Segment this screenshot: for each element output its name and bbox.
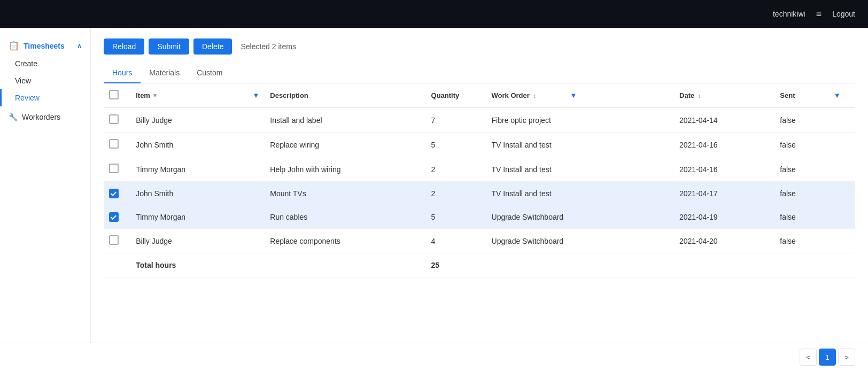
row-checkbox-2[interactable]	[109, 164, 119, 173]
table-row: Billy Judge Install and label 7 Fibre op…	[104, 108, 855, 133]
col-sent-label: Sent	[780, 91, 795, 99]
pagination-page-1[interactable]: 1	[819, 349, 836, 366]
col-item-label: Item	[136, 91, 150, 99]
menu-icon[interactable]: ≡	[816, 9, 822, 20]
cell-item-0: Billy Judge	[130, 108, 265, 133]
submit-button[interactable]: Submit	[149, 38, 189, 55]
cell-quantity-2: 2	[426, 157, 486, 182]
sent-filter-icon[interactable]: ▼	[834, 91, 841, 99]
timesheets-icon: 📋	[9, 41, 19, 51]
cell-item-5: Billy Judge	[130, 229, 265, 253]
cell-date-0: 2021-04-14	[674, 108, 774, 133]
top-nav: technikiwi ≡ Logout	[0, 0, 868, 28]
table-row: Billy Judge Replace components 4 Upgrade…	[104, 229, 855, 253]
cell-item-2: Timmy Morgan	[130, 157, 265, 182]
sidebar-item-create[interactable]: Create	[0, 55, 90, 72]
tab-materials[interactable]: Materials	[141, 63, 188, 83]
workorder-filter-icon[interactable]: ▼	[570, 91, 577, 99]
timesheets-chevron: ∧	[77, 42, 82, 50]
cell-description-2: Help John with wiring	[265, 157, 425, 182]
row-checkbox-1[interactable]	[109, 139, 119, 149]
cell-workorder-3: TV Install and test	[486, 182, 675, 205]
col-quantity-label: Quantity	[431, 91, 460, 99]
pagination-bar: < 1 >	[0, 343, 868, 371]
hours-table: Item ▼ ▼ Description Quantity Wor	[104, 83, 855, 277]
table-row: John Smith Mount TVs 2 TV Install and te…	[104, 182, 855, 205]
delete-button[interactable]: Delete	[193, 38, 232, 55]
main-content: Reload Submit Delete Selected 2 items Ho…	[91, 28, 868, 343]
cell-workorder-0: Fibre optic project	[486, 108, 675, 133]
cell-sent-1: false	[774, 133, 828, 157]
cell-quantity-1: 5	[426, 133, 486, 157]
pagination-prev[interactable]: <	[800, 349, 817, 366]
selection-status: Selected 2 items	[241, 42, 296, 51]
col-date-label: Date	[679, 91, 694, 99]
cell-sent-2: false	[774, 157, 828, 182]
sidebar-item-review[interactable]: Review	[0, 89, 90, 106]
item-dropdown-icon[interactable]: ▼	[152, 92, 158, 98]
sidebar-workorders-label: Workorders	[22, 113, 60, 121]
cell-quantity-0: 7	[426, 108, 486, 133]
sidebar-timesheets-header[interactable]: 📋 Timesheets ∧	[0, 36, 90, 55]
row-checkbox-0[interactable]	[109, 114, 119, 124]
date-sort-icon[interactable]: ↕	[698, 92, 701, 99]
cell-workorder-5: Upgrade Switchboard	[486, 229, 675, 253]
workorders-icon: 🔧	[9, 113, 18, 121]
cell-description-1: Replace wiring	[265, 133, 425, 157]
cell-date-3: 2021-04-17	[674, 182, 774, 205]
cell-sent-3: false	[774, 182, 828, 205]
tabs-bar: Hours Materials Custom	[104, 63, 855, 83]
total-value: 25	[426, 253, 486, 277]
row-checkbox-3[interactable]	[109, 189, 119, 198]
cell-quantity-4: 5	[426, 205, 486, 229]
tab-custom[interactable]: Custom	[188, 63, 231, 83]
cell-description-0: Install and label	[265, 108, 425, 133]
cell-workorder-4: Upgrade Switchboard	[486, 205, 675, 229]
cell-sent-4: false	[774, 205, 828, 229]
select-all-checkbox[interactable]	[109, 90, 119, 99]
cell-workorder-1: TV Install and test	[486, 133, 675, 157]
workorder-sort-icon[interactable]: ↕	[533, 92, 536, 99]
table-row: John Smith Replace wiring 5 TV Install a…	[104, 133, 855, 157]
tab-hours[interactable]: Hours	[104, 63, 141, 83]
cell-date-5: 2021-04-20	[674, 229, 774, 253]
cell-sent-0: false	[774, 108, 828, 133]
total-label: Total hours	[130, 253, 425, 277]
cell-item-4: Timmy Morgan	[130, 205, 265, 229]
item-filter-icon[interactable]: ▼	[252, 91, 259, 99]
cell-date-4: 2021-04-19	[674, 205, 774, 229]
row-checkbox-4[interactable]	[109, 212, 119, 222]
hours-table-container: Item ▼ ▼ Description Quantity Wor	[104, 83, 855, 277]
table-row: Timmy Morgan Run cables 5 Upgrade Switch…	[104, 205, 855, 229]
pagination-next[interactable]: >	[838, 349, 855, 366]
row-checkbox-5[interactable]	[109, 235, 119, 245]
cell-description-3: Mount TVs	[265, 182, 425, 205]
cell-item-3: John Smith	[130, 182, 265, 205]
table-row: Timmy Morgan Help John with wiring 2 TV …	[104, 157, 855, 182]
cell-description-5: Replace components	[265, 229, 425, 253]
sidebar: 📋 Timesheets ∧ Create View Review 🔧 Work…	[0, 28, 91, 343]
cell-sent-5: false	[774, 229, 828, 253]
col-workorder-label: Work Order	[492, 91, 530, 99]
cell-quantity-3: 2	[426, 182, 486, 205]
cell-description-4: Run cables	[265, 205, 425, 229]
cell-quantity-5: 4	[426, 229, 486, 253]
cell-item-1: John Smith	[130, 133, 265, 157]
sidebar-item-view[interactable]: View	[0, 72, 90, 89]
total-row: Total hours 25	[104, 253, 855, 277]
app-body: 📋 Timesheets ∧ Create View Review 🔧 Work…	[0, 28, 868, 343]
logout-button[interactable]: Logout	[832, 10, 855, 18]
cell-workorder-2: TV Install and test	[486, 157, 675, 182]
sidebar-timesheets-label: Timesheets	[24, 42, 65, 50]
sidebar-workorders[interactable]: 🔧 Workorders	[0, 106, 90, 128]
toolbar: Reload Submit Delete Selected 2 items	[104, 38, 855, 55]
col-description-label: Description	[270, 91, 308, 99]
reload-button[interactable]: Reload	[104, 38, 144, 55]
cell-date-1: 2021-04-16	[674, 133, 774, 157]
username-label: technikiwi	[773, 10, 805, 18]
cell-date-2: 2021-04-16	[674, 157, 774, 182]
